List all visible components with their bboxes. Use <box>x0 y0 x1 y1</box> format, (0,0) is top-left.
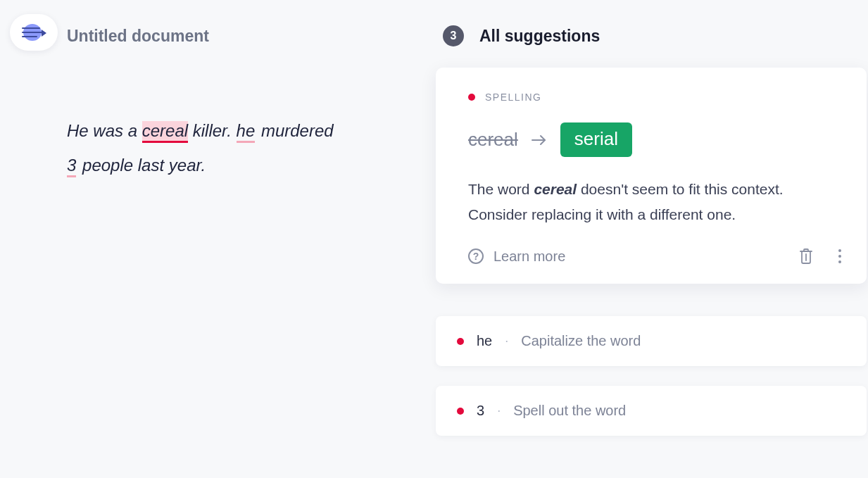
mini-hint: Spell out the word <box>513 403 626 419</box>
arrow-right-icon <box>531 134 548 146</box>
mini-word: 3 <box>477 403 484 419</box>
suggestion-category-label: SPELLING <box>485 92 541 103</box>
text-segment: murdered <box>256 121 333 140</box>
highlight-grammar[interactable]: 3 <box>67 156 76 177</box>
suggestions-panel: 3 All suggestions SPELLING cereal serial… <box>439 0 868 478</box>
app-logo-icon <box>22 23 46 42</box>
replacement-chip[interactable]: serial <box>560 122 632 157</box>
text-segment: killer. <box>188 121 236 140</box>
learn-more-button[interactable]: ? Learn more <box>468 249 565 265</box>
suggestion-card-active[interactable]: SPELLING cereal serial The word cereal d… <box>436 68 867 284</box>
help-icon: ? <box>468 249 484 264</box>
svg-point-4 <box>838 260 841 263</box>
suggestion-description: The word cereal doesn't seem to fit this… <box>468 177 838 227</box>
svg-point-3 <box>838 255 841 258</box>
editor-body[interactable]: He was a cereal killer. he murdered 3 pe… <box>67 113 398 182</box>
trash-icon[interactable] <box>798 247 814 265</box>
document-title[interactable]: Untitled document <box>67 27 410 46</box>
app-root: Untitled document He was a cereal killer… <box>0 0 868 478</box>
separator-dot-icon: · <box>497 403 501 418</box>
card-actions-row: ? Learn more <box>468 247 838 265</box>
suggestion-card-collapsed[interactable]: he · Capitalize the word <box>436 316 867 366</box>
mini-hint: Capitalize the word <box>521 333 641 349</box>
suggestion-card-collapsed[interactable]: 3 · Spell out the word <box>436 386 867 436</box>
suggestions-title: All suggestions <box>479 27 600 46</box>
original-word: cereal <box>468 129 518 151</box>
svg-point-2 <box>838 249 841 252</box>
highlight-spelling[interactable]: cereal <box>142 121 188 143</box>
mini-word: he <box>477 333 492 349</box>
suggestions-header: 3 All suggestions <box>439 25 867 46</box>
text-segment: people last year. <box>77 156 206 175</box>
app-logo-button[interactable] <box>10 14 58 51</box>
suggestion-count-badge: 3 <box>443 25 464 46</box>
left-rail <box>0 0 67 478</box>
replacement-row: cereal serial <box>468 122 838 157</box>
highlight-grammar[interactable]: he <box>237 121 256 143</box>
category-dot-icon <box>468 94 475 101</box>
text-segment: He was a <box>67 121 142 140</box>
category-dot-icon <box>457 408 464 415</box>
suggestion-category-row: SPELLING <box>468 92 838 103</box>
separator-dot-icon: · <box>505 334 508 348</box>
learn-more-label: Learn more <box>493 249 565 265</box>
more-vertical-icon[interactable] <box>837 247 843 265</box>
category-dot-icon <box>457 338 464 345</box>
editor-column: Untitled document He was a cereal killer… <box>67 0 439 478</box>
